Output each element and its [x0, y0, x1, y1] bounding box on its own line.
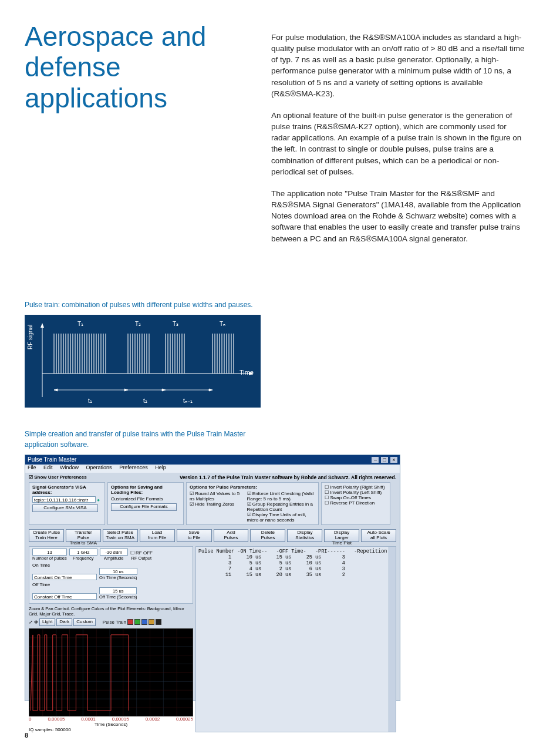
- checkbox[interactable]: Round All Values to 5 ns Multiples: [190, 491, 242, 502]
- checkbox[interactable]: Display Time Units of mili, micro or nan…: [247, 512, 315, 523]
- figure-caption-2: Simple creation and transfer of pulse tr…: [25, 429, 261, 450]
- section-label: On Time: [32, 563, 190, 568]
- x-tick: 0,0001: [81, 716, 95, 722]
- checkbox[interactable]: Reverse PT Direction: [325, 500, 387, 506]
- checkbox[interactable]: Group Repeating Entries in a Repetition …: [247, 502, 315, 512]
- minimize-icon[interactable]: –: [372, 457, 379, 463]
- window-buttons: – □ ×: [371, 455, 397, 465]
- theme-light-button[interactable]: Light: [39, 618, 55, 626]
- svg-marker-57: [54, 389, 58, 391]
- color-swatch[interactable]: [149, 619, 154, 625]
- pan-icon[interactable]: ✥: [34, 620, 38, 625]
- menu-item[interactable]: File: [28, 465, 36, 470]
- menu-item[interactable]: Edit: [43, 465, 53, 470]
- scrollbar[interactable]: [389, 547, 396, 732]
- plot-x-label: Time (Seconds): [29, 722, 193, 727]
- toolbar-button[interactable]: Auto-Scaleall Plots: [361, 529, 396, 542]
- show-prefs-checkbox[interactable]: Show User Preferences: [29, 475, 87, 480]
- menu-item[interactable]: Preferences: [119, 465, 148, 470]
- toolbar-button[interactable]: Loadfrom File: [140, 529, 175, 542]
- panel-header: Options for Pulse Parameters:: [190, 484, 315, 490]
- plot-legend-label: Pulse Train: [103, 620, 126, 625]
- field-label: Amplitude: [100, 556, 128, 561]
- plot-note: Zoom & Pan Control. Configure Colors of …: [29, 606, 193, 617]
- field-label: On Time (Seconds): [99, 575, 137, 580]
- toolbar-button[interactable]: Create PulseTrain Here: [29, 529, 64, 542]
- pulse-options-panel: Options for Pulse Parameters: Round All …: [186, 482, 319, 525]
- menu-item[interactable]: Help: [155, 465, 166, 470]
- panel-header: Options for Saving and Loading Files:: [111, 484, 180, 495]
- color-swatch[interactable]: [156, 619, 161, 625]
- paragraph: For pulse modulation, the R&S®SMA100A in…: [271, 32, 527, 99]
- figure-caption-1: Pulse train: combination of pulses with …: [25, 300, 261, 310]
- amplitude-input[interactable]: -30 dBm: [100, 549, 128, 556]
- zoom-icon[interactable]: ⤢: [29, 620, 33, 625]
- file-options-panel: Options for Saving and Loading Files: Cu…: [107, 482, 184, 525]
- status-icon: ●: [97, 497, 100, 503]
- toolbar-button[interactable]: DisplayStatistics: [287, 529, 322, 542]
- diagram-bottom-label: t₁: [88, 398, 92, 404]
- time-plot[interactable]: [29, 628, 193, 716]
- toolbar-button[interactable]: Display LargerTime Plot: [324, 529, 359, 542]
- x-tick: 0,00025: [176, 716, 193, 722]
- x-tick: 0,00015: [112, 716, 129, 722]
- toolbar-button[interactable]: Select PulseTrain on SMA: [103, 529, 138, 542]
- configure-formats-button[interactable]: Configure File Formats: [111, 503, 177, 511]
- software-screenshot: Pulse Train Master – □ × File Edit Windo…: [25, 455, 400, 701]
- panel-text: Customized File Formats: [111, 496, 180, 502]
- diagram-top-label: T₁: [77, 321, 83, 327]
- page-title: Aerospace and defense applications: [25, 21, 224, 113]
- toolbar-button[interactable]: DeletePulses: [250, 529, 285, 542]
- left-config-panel: 13Number of pulses 1 GHzFrequency -30 dB…: [29, 546, 193, 732]
- svg-marker-1: [41, 323, 44, 328]
- color-swatch[interactable]: [141, 619, 147, 625]
- svg-marker-58: [124, 389, 128, 391]
- checkbox[interactable]: Hide Trailing Zeros: [190, 502, 242, 507]
- off-time-select[interactable]: Constant Off Time: [32, 593, 97, 600]
- off-time-input[interactable]: 15 us: [99, 587, 137, 594]
- diagram-top-label: Tₙ: [220, 321, 225, 327]
- on-time-input[interactable]: 10 us: [99, 568, 137, 575]
- color-swatch[interactable]: [127, 619, 133, 625]
- toolbar-button[interactable]: Saveto File: [177, 529, 212, 542]
- toolbar-button[interactable]: Transfer PulseTrain to SMA: [66, 529, 101, 542]
- toolbar-button[interactable]: AddPulses: [214, 529, 249, 542]
- theme-dark-button[interactable]: Dark: [56, 618, 72, 626]
- window-titlebar[interactable]: Pulse Train Master – □ ×: [25, 455, 400, 465]
- menu-item[interactable]: Operations: [86, 465, 112, 470]
- pulse-table[interactable]: Pulse Number -ON Time-- -OFF Time- -PRI-…: [195, 546, 396, 732]
- field-label: Number of pulses: [32, 556, 67, 561]
- pulse-train-diagram: RF signal T₁: [25, 315, 261, 408]
- field-label: Off Time (Seconds): [99, 594, 137, 600]
- visa-panel: Signal Generator's VISA address: tcpip::…: [29, 482, 105, 525]
- frequency-input[interactable]: 1 GHz: [69, 549, 97, 556]
- page-number: 8: [25, 732, 28, 739]
- toolbar: Create PulseTrain HereTransfer PulseTrai…: [25, 527, 400, 544]
- color-swatch[interactable]: [134, 619, 140, 625]
- pulse-svg: [25, 315, 261, 408]
- section-label: Off Time: [32, 582, 190, 587]
- diagram-x-label: Time: [239, 369, 254, 376]
- field-label: Frequency: [69, 556, 97, 561]
- num-pulses-input[interactable]: 13: [32, 549, 67, 556]
- x-tick: 0,00005: [48, 716, 65, 722]
- theme-custom-button[interactable]: Custom: [73, 618, 96, 626]
- body-column: For pulse modulation, the R&S®SMA100A in…: [271, 32, 527, 255]
- polarity-panel: Invert Polarity (Right Shift) Invert Pol…: [321, 482, 390, 525]
- iq-samples-label: IQ samples: 500000: [29, 727, 193, 732]
- maximize-icon[interactable]: □: [381, 457, 388, 463]
- on-time-select[interactable]: Constant On Time: [32, 574, 97, 580]
- checkbox[interactable]: Invert Polarity (Left Shift): [325, 490, 387, 495]
- visa-input[interactable]: tcpip::10.111.10.116::instr: [32, 496, 96, 503]
- configure-visa-button[interactable]: Configure SMx VISA: [32, 504, 98, 512]
- paragraph: An optional feature of the built-in puls…: [271, 110, 527, 177]
- close-icon[interactable]: ×: [390, 457, 397, 463]
- checkbox[interactable]: Swap On-Off Times: [325, 495, 387, 500]
- diagram-top-label: T₂: [135, 321, 141, 327]
- checkbox[interactable]: Enforce Limit Checking (Valid Range: 5 n…: [247, 491, 315, 502]
- rf-off-checkbox[interactable]: RF OFF: [130, 550, 153, 556]
- panel-header: Signal Generator's VISA address:: [32, 484, 102, 495]
- checkbox[interactable]: Invert Polarity (Right Shift): [325, 484, 387, 490]
- menubar[interactable]: File Edit Window Operations Preferences …: [25, 465, 400, 473]
- menu-item[interactable]: Window: [60, 465, 79, 470]
